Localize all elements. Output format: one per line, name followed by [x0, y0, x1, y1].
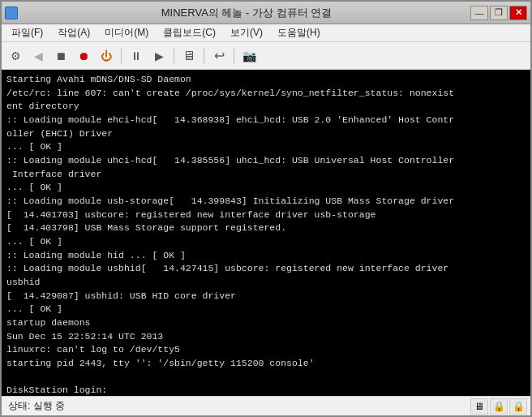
- menu-view[interactable]: 보기(V): [224, 24, 269, 41]
- window-icon: [5, 6, 18, 19]
- status-icons: 🖥 🔒 🔒: [467, 398, 530, 415]
- window-title: MINERVA의 헤놀 - 가상 컴퓨터 연결: [23, 6, 470, 20]
- stop-icon[interactable]: ⏹: [50, 45, 71, 67]
- record-icon[interactable]: ⏺: [73, 45, 94, 67]
- status-bar: 상태: 실행 중 🖥 🔒 🔒: [2, 396, 530, 415]
- menu-bar: 파일(F) 작업(A) 미디어(M) 클립보드(C) 보기(V) 도움말(H): [2, 24, 530, 42]
- status-monitor-icon[interactable]: 🖥: [470, 398, 488, 415]
- menu-file[interactable]: 파일(F): [5, 24, 49, 41]
- terminal-output[interactable]: Starting Avahi mDNS/DNS-SD Daemon /etc/r…: [2, 70, 530, 396]
- status-text: 상태: 실행 중: [2, 399, 467, 413]
- monitor-icon[interactable]: 🖥: [178, 45, 200, 67]
- menu-clipboard[interactable]: 클립보드(C): [157, 24, 222, 41]
- menu-action[interactable]: 작업(A): [51, 24, 97, 41]
- pause-icon[interactable]: ⏸: [126, 45, 147, 67]
- menu-help[interactable]: 도움말(H): [271, 24, 327, 41]
- separator-2: [174, 48, 174, 64]
- separator-1: [121, 48, 122, 64]
- window-controls: — ❐ ✕: [470, 6, 527, 20]
- status-lock-icon-1[interactable]: 🔒: [490, 398, 508, 415]
- power-icon[interactable]: ⏻: [96, 45, 117, 67]
- status-lock-icon-2[interactable]: 🔒: [509, 398, 527, 415]
- window: MINERVA의 헤놀 - 가상 컴퓨터 연결 — ❐ ✕ 파일(F) 작업(A…: [0, 0, 532, 417]
- minimize-button[interactable]: —: [470, 6, 488, 20]
- back-icon[interactable]: ◀: [28, 45, 49, 67]
- menu-media[interactable]: 미디어(M): [98, 24, 155, 41]
- separator-4: [234, 48, 234, 64]
- play-icon[interactable]: ▶: [148, 45, 169, 67]
- snapshot-icon[interactable]: 📷: [238, 45, 260, 67]
- separator-3: [204, 48, 204, 64]
- toolbar: ⚙ ◀ ⏹ ⏺ ⏻ ⏸ ▶ 🖥 ↩ 📷: [2, 42, 530, 70]
- restore-button[interactable]: ❐: [490, 6, 508, 20]
- close-button[interactable]: ✕: [509, 6, 527, 20]
- undo-icon[interactable]: ↩: [208, 45, 230, 67]
- settings-icon[interactable]: ⚙: [5, 45, 26, 67]
- title-bar: MINERVA의 헤놀 - 가상 컴퓨터 연결 — ❐ ✕: [2, 2, 530, 24]
